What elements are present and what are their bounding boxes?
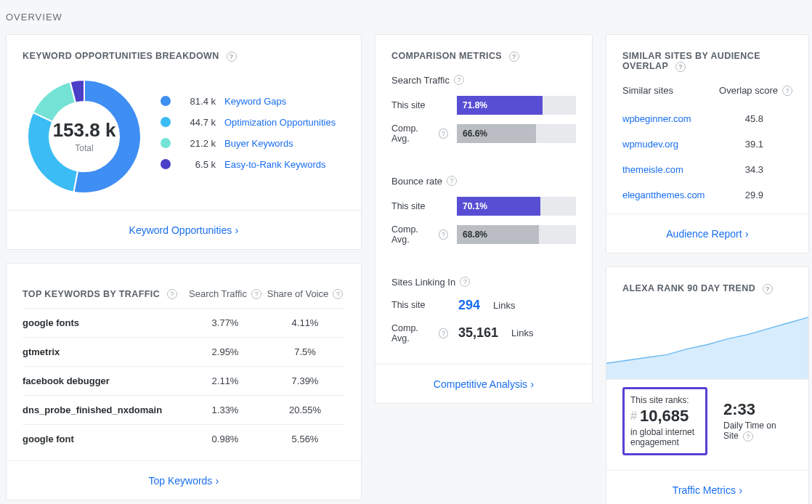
bar-value: 66.6%	[457, 124, 536, 143]
legend-value: 44.7 k	[179, 117, 216, 128]
help-icon[interactable]: ?	[333, 289, 343, 299]
table-row: google fonts 3.77% 4.11%	[23, 308, 345, 337]
help-icon[interactable]: ?	[782, 86, 792, 96]
search-traffic-cell: 1.33%	[185, 405, 265, 415]
help-icon[interactable]: ?	[460, 277, 470, 287]
legend-row: 6.5 k Easy-to-Rank Keywords	[161, 159, 336, 170]
legend-link[interactable]: Buyer Keywords	[224, 138, 293, 149]
bar-value: 70.1%	[457, 197, 540, 216]
similar-site-link[interactable]: themeisle.com	[622, 164, 683, 175]
col-search-traffic: Search Traffic?	[185, 288, 265, 300]
ko-title-text: KEYWORD OPPORTUNITIES BREAKDOWN	[23, 51, 219, 61]
rank-box-time: 2:33 Daily Time on Site?	[723, 387, 792, 455]
share-voice-cell: 7.5%	[265, 346, 345, 357]
card-title: ALEXA RANK 90 DAY TREND ?	[622, 283, 792, 294]
help-icon[interactable]: ?	[454, 75, 464, 85]
linking-avg-value: 35,161	[458, 325, 498, 341]
list-item: wpbeginner.com 45.8	[622, 106, 792, 131]
legend-link[interactable]: Keyword Gaps	[224, 96, 286, 107]
help-icon[interactable]: ?	[439, 229, 448, 240]
metric-bounce-label: Bounce rate?	[391, 176, 576, 187]
competitive-analysis-link[interactable]: Competitive Analysis	[434, 378, 534, 390]
overlap-score: 34.3	[745, 164, 792, 175]
help-icon[interactable]: ?	[763, 284, 773, 294]
search-traffic-cell: 0.98%	[185, 434, 265, 444]
keyword-cell: gtmetrix	[23, 346, 185, 357]
keyword-cell: google fonts	[23, 317, 185, 328]
legend-row: 81.4 k Keyword Gaps	[161, 96, 336, 107]
help-icon[interactable]: ?	[439, 129, 448, 139]
share-voice-cell: 20.55%	[265, 405, 345, 415]
card-alexa-trend: ALEXA RANK 90 DAY TREND ? This site rank…	[606, 267, 809, 504]
rank-desc: in global internet engagement	[630, 427, 699, 447]
legend-row: 44.7 k Optimization Opportunities	[161, 117, 336, 128]
keyword-cell: dns_probe_finished_nxdomain	[23, 405, 185, 415]
share-voice-cell: 7.39%	[265, 375, 345, 386]
legend-link[interactable]: Optimization Opportunities	[224, 117, 336, 128]
list-item: themeisle.com 34.3	[622, 157, 792, 182]
overlap-score: 45.8	[745, 113, 792, 124]
keyword-opportunities-link[interactable]: Keyword Opportunities	[129, 224, 239, 236]
donut-chart: 153.8 k Total	[23, 75, 146, 198]
row-comp-avg-label: Comp. Avg.?	[391, 323, 448, 344]
row-this-site-label: This site	[391, 201, 448, 211]
legend-value: 21.2 k	[179, 138, 216, 149]
col-similar-sites: Similar sites	[622, 85, 673, 97]
share-voice-cell: 5.56%	[265, 434, 345, 444]
metric-linking-label: Sites Linking In?	[391, 277, 576, 288]
overlap-score: 39.1	[745, 139, 792, 150]
bar-bounce-this: 70.1%	[457, 197, 576, 216]
card-title: COMPARISON METRICS ?	[391, 51, 576, 62]
linking-this-value[interactable]: 294	[458, 298, 480, 313]
time-desc: Daily Time on Site?	[723, 420, 792, 442]
page-title: OVERVIEW	[6, 12, 806, 23]
share-voice-cell: 4.11%	[265, 317, 345, 328]
help-icon[interactable]: ?	[251, 289, 261, 299]
donut-total-value: 153.8 k	[53, 119, 116, 142]
top-keywords-link[interactable]: Top Keywords	[148, 475, 219, 487]
similar-site-link[interactable]: wpbeginner.com	[622, 113, 691, 124]
card-keyword-opportunities: KEYWORD OPPORTUNITIES BREAKDOWN ? 153.8 …	[6, 34, 362, 250]
overlap-score: 29.9	[745, 190, 792, 200]
legend-swatch	[161, 117, 171, 127]
card-similar-sites: SIMILAR SITES BY AUDIENCE OVERLAP ? Simi…	[606, 34, 809, 253]
donut-legend: 81.4 k Keyword Gaps 44.7 k Optimization …	[161, 96, 336, 177]
rank-value: #10,685	[630, 407, 699, 426]
bar-search-this: 71.8%	[457, 96, 576, 115]
legend-swatch	[161, 138, 171, 148]
keyword-cell: facebook debugger	[23, 375, 185, 386]
legend-value: 6.5 k	[179, 159, 216, 170]
legend-link[interactable]: Easy-to-Rank Keywords	[224, 159, 325, 170]
search-traffic-cell: 3.77%	[185, 317, 265, 328]
help-icon[interactable]: ?	[167, 289, 177, 299]
help-icon[interactable]: ?	[509, 52, 519, 62]
help-icon[interactable]: ?	[227, 52, 237, 62]
tk-title-text: TOP KEYWORDS BY TRAFFIC	[23, 289, 160, 299]
row-this-site-label: This site	[391, 100, 448, 110]
table-row: gtmetrix 2.95% 7.5%	[23, 337, 345, 366]
legend-swatch	[161, 96, 171, 106]
search-traffic-cell: 2.95%	[185, 346, 265, 357]
card-title: KEYWORD OPPORTUNITIES BREAKDOWN ?	[23, 51, 345, 62]
table-row: facebook debugger 2.11% 7.39%	[23, 366, 345, 395]
table-row: google font 0.98% 5.56%	[23, 424, 345, 453]
traffic-metrics-link[interactable]: Traffic Metrics	[673, 484, 742, 496]
bar-search-avg: 66.6%	[457, 124, 576, 143]
search-traffic-cell: 2.11%	[185, 375, 265, 386]
legend-swatch	[161, 159, 171, 169]
help-icon[interactable]: ?	[675, 62, 686, 72]
similar-site-link[interactable]: wpmudev.org	[622, 139, 678, 150]
time-value: 2:33	[723, 400, 792, 419]
linking-unit: Links	[511, 328, 533, 338]
audience-report-link[interactable]: Audience Report	[666, 228, 748, 240]
tk-title: TOP KEYWORDS BY TRAFFIC ?	[23, 288, 185, 300]
hash-icon: #	[630, 410, 637, 423]
similar-site-link[interactable]: elegantthemes.com	[622, 190, 705, 200]
rank-intro: This site ranks:	[630, 395, 699, 405]
help-icon[interactable]: ?	[439, 328, 448, 338]
sparkline-chart	[606, 307, 808, 380]
list-item: elegantthemes.com 29.9	[622, 182, 792, 208]
help-icon[interactable]: ?	[743, 431, 753, 442]
metric-search-traffic-label: Search Traffic?	[391, 75, 576, 86]
help-icon[interactable]: ?	[447, 176, 457, 186]
